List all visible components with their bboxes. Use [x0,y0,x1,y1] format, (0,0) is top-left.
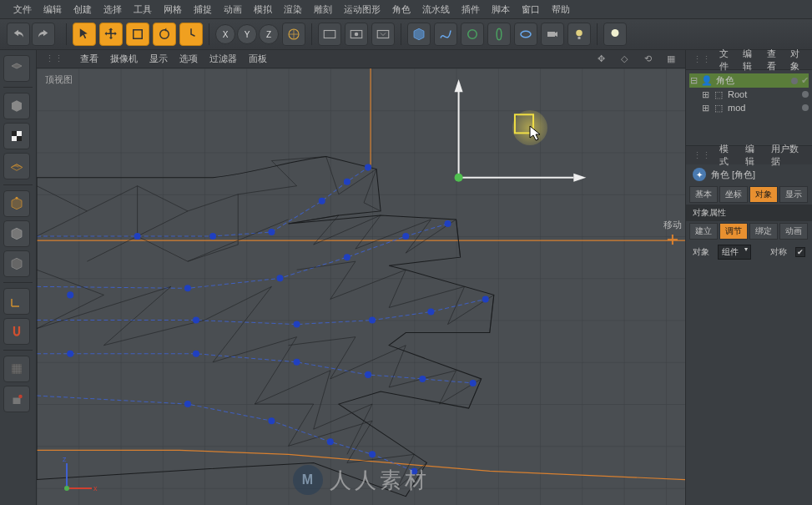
menu-simulate[interactable]: 模拟 [254,3,272,16]
workplane-mode-button[interactable] [3,153,30,179]
menu-window[interactable]: 窗口 [522,3,540,16]
menu-animate[interactable]: 动画 [224,3,242,16]
menu-script[interactable]: 脚本 [492,3,510,16]
svg-point-50 [184,401,191,407]
menu-sculpt[interactable]: 雕刻 [314,3,332,16]
render-view-button[interactable] [318,23,341,46]
viewport-nav-rotate-icon[interactable]: ⟲ [642,53,653,65]
tree-label: mod [728,103,799,113]
make-editable-button[interactable] [3,55,30,82]
deformer-button[interactable] [487,23,511,46]
undo-button[interactable] [7,23,30,46]
menu-mesh[interactable]: 网格 [164,3,182,16]
cube-primitive-button[interactable] [407,23,431,46]
expand-icon[interactable]: ⊟ [689,75,698,86]
menu-character[interactable]: 角色 [392,3,411,16]
viewport-nav-move-icon[interactable]: ✥ [595,53,607,65]
viewport-nav-zoom-icon[interactable]: ◇ [618,53,630,65]
y-axis-toggle[interactable]: Y [237,24,257,44]
menu-create[interactable]: 创建 [73,3,92,16]
scale-tool-button[interactable] [126,23,149,46]
tree-row-character[interactable]: ⊟ 👤 角色 ✔ [689,73,809,88]
tab-basic[interactable]: 基本 [689,186,718,203]
recent-tool-button[interactable] [179,23,203,46]
tree-row-root[interactable]: ⊞ ⬚ Root [689,88,809,101]
help-icon-button[interactable] [603,23,627,46]
view-menu-camera[interactable]: 摄像机 [110,53,138,65]
menu-plugins[interactable]: 插件 [461,3,480,16]
environment-button[interactable] [514,23,537,46]
object-tree[interactable]: ⊟ 👤 角色 ✔ ⊞ ⬚ Root ⊞ ⬚ mod [686,70,812,145]
obj-tab-view[interactable]: 查看 [767,48,782,73]
viewport-layout-icon[interactable]: ▦ [665,53,677,65]
light-button[interactable] [567,23,591,46]
view-menu-display[interactable]: 显示 [149,53,168,65]
spline-button[interactable] [434,23,457,46]
axis-mode-button[interactable] [3,288,30,315]
svg-point-31 [268,229,275,235]
camera-button[interactable] [541,23,564,46]
tab-anim[interactable]: 动画 [779,223,808,240]
generator-button[interactable] [461,23,484,46]
menu-select[interactable]: 选择 [103,3,122,16]
obj-tab-object[interactable]: 对象 [790,48,805,73]
point-mode-button[interactable] [3,190,30,217]
obj-tab-edit[interactable]: 编辑 [743,48,758,73]
attribute-manager: ⋮⋮ 模式 编辑 用户数据 ✦ 角色 [角色] 基本 坐标 对象 显示 对象属性… [686,145,812,505]
tab-coord[interactable]: 坐标 [719,186,748,203]
tree-label: Root [728,89,799,99]
render-region-button[interactable] [345,23,368,46]
visibility-dot-icon[interactable] [791,78,798,84]
menu-tools[interactable]: 工具 [134,3,152,16]
symmetry-checkbox[interactable]: ✔ [795,247,805,257]
z-axis-toggle[interactable]: Z [259,24,279,44]
svg-point-55 [67,291,73,298]
tree-row-mod[interactable]: ⊞ ⬚ mod [689,101,809,114]
redo-button[interactable] [32,23,55,46]
svg-point-10 [576,30,583,37]
expand-icon[interactable]: ⊞ [701,103,709,114]
texture-mode-button[interactable] [3,123,30,149]
move-tool-button[interactable] [99,23,123,46]
viewport[interactable]: 顶视图 移动 x z M 人人素材 [37,68,685,505]
tab-object[interactable]: 对象 [749,186,778,203]
tab-adjust[interactable]: 调节 [719,223,748,240]
model-mode-button[interactable] [3,93,30,119]
polygon-mode-button[interactable] [3,250,30,277]
view-menu-panel[interactable]: 面板 [249,53,267,65]
hand-wireframe [37,68,685,505]
tab-bind[interactable]: 绑定 [749,223,778,240]
left-toolbar [0,50,37,505]
visibility-dot-icon[interactable] [802,104,809,111]
svg-point-39 [444,220,451,227]
menu-snap[interactable]: 捕捉 [194,3,212,16]
tab-build[interactable]: 建立 [689,223,718,240]
view-menu-filter[interactable]: 过滤器 [209,53,237,65]
menu-pipeline[interactable]: 流水线 [422,3,450,16]
obj-tab-file[interactable]: 文件 [719,48,734,73]
enable-check-icon[interactable]: ✔ [801,75,809,86]
object-component-select[interactable]: 组件 [718,245,751,260]
coord-system-button[interactable] [282,23,305,46]
snap-button[interactable] [3,318,30,345]
rotate-tool-button[interactable] [153,23,176,46]
edge-mode-button[interactable] [3,220,30,247]
menu-mograph[interactable]: 运动图形 [344,3,381,16]
view-menu-view[interactable]: 查看 [80,53,98,65]
visibility-dot-icon[interactable] [802,91,809,98]
expand-icon[interactable]: ⊞ [701,89,709,100]
menu-help[interactable]: 帮助 [552,3,570,16]
menu-edit[interactable]: 编辑 [43,3,62,16]
menu-render[interactable]: 渲染 [284,3,302,16]
svg-point-49 [470,380,477,386]
tab-display[interactable]: 显示 [779,186,808,203]
view-menu-options[interactable]: 选项 [179,53,198,65]
svg-point-46 [294,359,300,366]
x-axis-toggle[interactable]: X [215,24,235,44]
locked-workplane-button[interactable] [3,386,30,412]
svg-point-35 [184,285,191,291]
select-tool-button[interactable] [73,23,96,46]
render-settings-button[interactable] [371,23,395,46]
menu-file[interactable]: 文件 [13,3,32,16]
viewport-solo-button[interactable] [3,356,30,382]
